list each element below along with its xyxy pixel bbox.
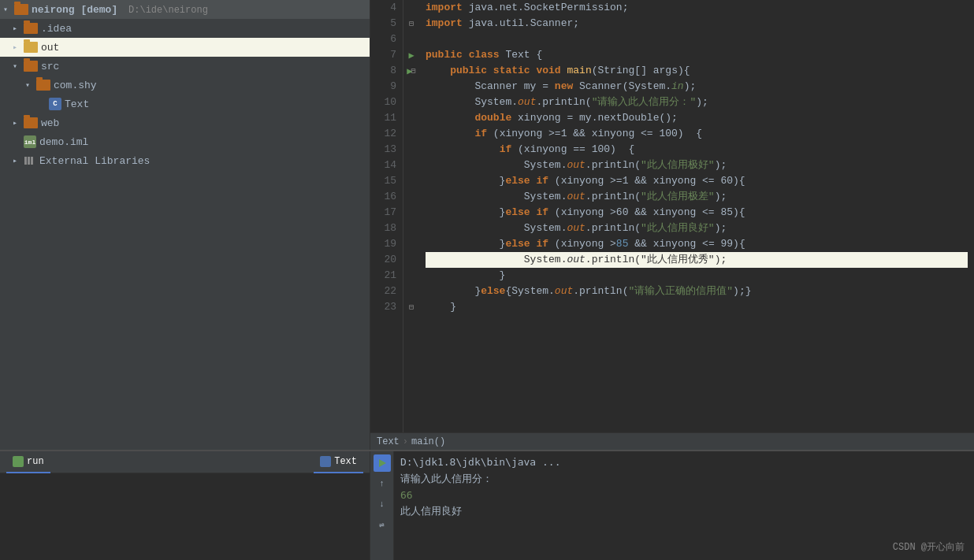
scroll-up-button[interactable]: ↑ — [374, 475, 391, 492]
code-line-9: Scanner my = new Scanner(System.in); — [426, 79, 968, 95]
code-line-10: System.out.println("请输入此人信用分："); — [426, 95, 968, 110]
output-result-line: 此人信用良好 — [400, 503, 968, 520]
bottom-container: run Text ↑ ↓ — [0, 451, 974, 560]
sidebar-item-com-shy[interactable]: com.shy — [0, 76, 370, 95]
run-play-button[interactable] — [374, 454, 391, 472]
scroll-down-button[interactable]: ↓ — [374, 495, 391, 513]
tab-text[interactable]: Text — [314, 451, 363, 473]
arrow-icon — [13, 61, 24, 71]
sidebar-item-out[interactable]: out — [0, 38, 370, 57]
bottom-panel: run Text ↑ ↓ — [0, 450, 974, 560]
folder-brown-icon — [24, 23, 38, 34]
arrow-icon — [13, 156, 24, 165]
sidebar-item-idea[interactable]: .idea — [0, 19, 370, 38]
code-line-11: double xinyong = my.nextDouble(); — [426, 110, 968, 126]
arrow-icon — [13, 24, 24, 33]
breadcrumb-method: main() — [411, 436, 445, 447]
code-line-12: if (xinyong >=1 && xinyong <= 100) { — [426, 126, 968, 142]
tab-run-label: run — [27, 456, 44, 467]
output-cmd-line: D:\jdk1.8\jdk\bin\java ... — [400, 454, 968, 471]
svg-marker-3 — [379, 459, 386, 467]
project-folder-icon — [14, 4, 28, 15]
tab-text-label: Text — [334, 456, 357, 467]
breadcrumb-bar: Text › main() — [370, 432, 974, 450]
output-content: D:\jdk1.8\jdk\bin\java ... 请输入此人信用分： 66 … — [394, 451, 974, 560]
project-label: neirong [demo] D:\ide\neirong — [32, 4, 208, 16]
svg-rect-0 — [24, 157, 27, 165]
watermark: CSDN @开心向前 — [893, 540, 965, 554]
iml-file-icon: iml — [24, 135, 36, 148]
code-line-19: }else if (xinyong >85 && xinyong <= 99){ — [426, 236, 968, 252]
fold-icon[interactable]: ⊟ — [411, 66, 416, 76]
bottom-tabs: run Text — [0, 451, 370, 473]
arrow-icon — [25, 80, 36, 90]
folder-brown-icon — [24, 117, 38, 128]
tab-run[interactable]: run — [6, 451, 50, 473]
code-line-15: }else if (xinyong >=1 && xinyong <= 60){ — [426, 173, 968, 189]
sidebar-item-project[interactable]: neirong [demo] D:\ide\neirong — [0, 0, 370, 19]
bottom-left-panel: run Text — [0, 451, 370, 560]
sidebar-item-text[interactable]: C Text — [0, 95, 370, 113]
sidebar: neirong [demo] D:\ide\neirong .idea out … — [0, 0, 370, 450]
code-line-7: public class Text { — [426, 47, 968, 63]
arrow-icon — [3, 5, 14, 14]
folder-brown-icon — [24, 61, 38, 72]
output-input-line: 66 — [400, 488, 968, 504]
sidebar-item-label: demo.iml — [39, 136, 88, 148]
wrap-button[interactable]: ⇌ — [374, 516, 391, 533]
code-line-13: if (xinyong == 100) { — [426, 142, 968, 158]
code-line-14: System.out.println("此人信用极好"); — [426, 158, 968, 173]
code-line-18: System.out.println("此人信用良好"); — [426, 221, 968, 236]
editor-area: 4 5 6 7 8 9 10 11 12 13 14 15 16 17 18 1… — [370, 0, 974, 450]
sidebar-item-external-libraries[interactable]: External Libraries — [0, 151, 370, 170]
text-tab-icon — [320, 456, 331, 467]
code-line-22: }else{System.out.println("请输入正确的信用值");} — [426, 284, 968, 299]
code-line-20: System.out.println("此人信用优秀"); — [426, 252, 968, 268]
sidebar-item-label: .idea — [41, 23, 72, 35]
svg-rect-2 — [31, 157, 33, 165]
sidebar-item-label: com.shy — [54, 80, 97, 91]
code-line-23: } — [426, 299, 968, 315]
output-prompt-line: 请输入此人信用分： — [400, 471, 968, 488]
code-line-5: import java.util.Scanner; — [426, 16, 968, 32]
sidebar-item-src[interactable]: src — [0, 57, 370, 76]
sidebar-item-label: src — [41, 61, 59, 72]
sidebar-item-label: web — [41, 117, 59, 129]
code-line-21: } — [426, 268, 968, 284]
fold-icon[interactable]: ⊟ — [409, 19, 414, 28]
line-numbers: 4 5 6 7 8 9 10 11 12 13 14 15 16 17 18 1… — [370, 0, 403, 432]
run-icon[interactable]: ▶ — [408, 50, 414, 61]
code-container: 4 5 6 7 8 9 10 11 12 13 14 15 16 17 18 1… — [370, 0, 974, 432]
code-editor[interactable]: import java.net.SocketPermission; import… — [419, 0, 974, 432]
run-tab-icon — [13, 456, 24, 467]
code-line-8: public static void main(String[] args){ — [426, 63, 968, 79]
arrow-icon — [13, 118, 24, 128]
svg-rect-1 — [28, 157, 30, 165]
sidebar-item-label: out — [41, 42, 59, 54]
fold-icon[interactable]: ⊟ — [409, 302, 414, 312]
bottom-right-panel: ↑ ↓ ⇌ D:\jdk1.8\jdk\bin\java ... 请输入此人信用… — [370, 451, 974, 560]
ext-lib-icon — [24, 155, 36, 166]
breadcrumb-class: Text — [377, 436, 400, 447]
gutter: ⊟ ▶ ▶ ⊟ — [403, 0, 419, 432]
java-file-icon: C — [49, 98, 61, 110]
sidebar-item-label: External Libraries — [39, 155, 150, 167]
code-line-4: import java.net.SocketPermission; — [426, 0, 968, 16]
folder-yellow-icon — [24, 42, 38, 53]
sidebar-item-demo-iml[interactable]: iml demo.iml — [0, 132, 370, 151]
folder-brown-icon — [36, 80, 50, 91]
code-line-6 — [426, 32, 968, 47]
panel-action-sidebar: ↑ ↓ ⇌ — [370, 451, 394, 560]
code-line-17: }else if (xinyong >60 && xinyong <= 85){ — [426, 205, 968, 221]
code-line-16: System.out.println("此人信用极差"); — [426, 189, 968, 205]
arrow-icon — [13, 43, 24, 52]
sidebar-item-web[interactable]: web — [0, 113, 370, 132]
sidebar-item-label: Text — [65, 98, 89, 110]
